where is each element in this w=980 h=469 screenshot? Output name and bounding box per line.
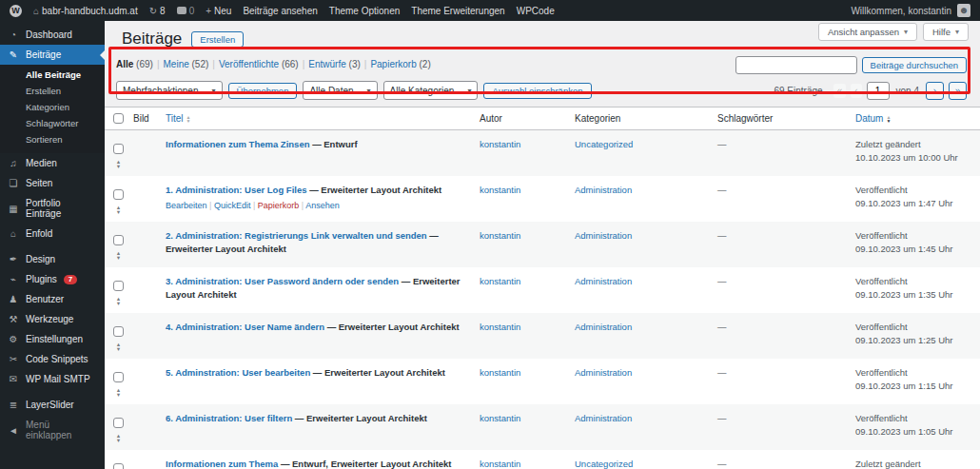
sidebar-item-wp-mail-smtp[interactable]: ✉WP Mail SMTP <box>0 369 105 389</box>
move-handle-icon[interactable]: ▲▼ <box>113 160 124 168</box>
sidebar-subitem[interactable]: Sortieren <box>0 131 105 147</box>
wordpress-admin: W ⌂ babr-handbuch.udm.at ↻ 8 0 + Neu Bei… <box>0 0 980 469</box>
view-filter[interactable]: Veröffentlichte (66) <box>219 59 299 69</box>
move-handle-icon[interactable]: ▲▼ <box>113 205 124 214</box>
row-checkbox[interactable] <box>113 326 124 337</box>
post-title-link[interactable]: 1. Administration: User Log Files <box>166 185 307 195</box>
author-link[interactable]: konstantin <box>480 459 520 469</box>
create-post-button[interactable]: Erstellen <box>191 31 244 48</box>
comments-indicator[interactable]: 0 <box>177 6 195 16</box>
view-filter[interactable]: Entwürfe (3) <box>308 59 360 69</box>
row-checkbox[interactable] <box>113 418 124 428</box>
author-link[interactable]: konstantin <box>480 413 520 423</box>
move-handle-icon[interactable]: ▲▼ <box>113 297 124 305</box>
sidebar-item-collapse[interactable]: ◄Menü einklappen <box>0 415 105 445</box>
column-titel-sort[interactable]: Titel ▲▼ <box>166 113 472 124</box>
row-checkbox[interactable] <box>113 463 124 469</box>
post-title-link[interactable]: 6. Administration: User filtern <box>166 413 292 423</box>
category-link[interactable]: Administration <box>575 230 632 241</box>
filter-button[interactable]: Auswahl einschränken <box>483 83 591 99</box>
apply-button[interactable]: Übernehmen <box>228 83 298 99</box>
updates-indicator[interactable]: ↻ 8 <box>149 6 166 16</box>
welcome-user-menu[interactable]: Willkommen, konstantin <box>851 6 951 16</box>
sidebar-item-layerslider[interactable]: ≣LayerSlider <box>0 395 105 415</box>
author-link[interactable]: konstantin <box>480 185 520 195</box>
sidebar-item-enfold[interactable]: ⌂Enfold <box>0 224 105 244</box>
move-handle-icon[interactable]: ▲▼ <box>113 342 124 351</box>
category-link[interactable]: Administration <box>575 413 632 423</box>
row-checkbox[interactable] <box>113 281 124 291</box>
users-icon: ♟ <box>8 294 19 304</box>
row-action[interactable]: QuickEdit <box>214 201 251 210</box>
sidebar-item-seiten[interactable]: ❏Seiten <box>0 173 105 193</box>
enfold-theme-icon: ⌂ <box>8 228 19 239</box>
next-page-button[interactable]: › <box>926 82 944 100</box>
categories-filter-select[interactable]: Alle Kategorien ▾ <box>383 81 479 100</box>
sidebar-item-plugins[interactable]: ⌁Plugins7 <box>0 269 105 289</box>
sidebar-subitem[interactable]: Alle Beiträge <box>0 67 105 83</box>
sidebar-item-werkzeuge[interactable]: ⚒Werkzeuge <box>0 309 105 329</box>
category-link[interactable]: Uncategorized <box>575 139 633 149</box>
sidebar-item-beitraege[interactable]: ✎Beiträge <box>0 45 105 65</box>
new-content-button[interactable]: + Neu <box>206 6 231 16</box>
search-input[interactable] <box>735 56 857 74</box>
sidebar-subitem[interactable]: Erstellen <box>0 83 105 99</box>
move-handle-icon[interactable]: ▲▼ <box>113 251 124 260</box>
row-checkbox[interactable] <box>113 372 124 382</box>
category-link[interactable]: Administration <box>575 276 632 286</box>
move-handle-icon[interactable]: ▲▼ <box>113 388 124 397</box>
select-all-checkbox[interactable] <box>113 113 124 124</box>
sidebar-item-einstellungen[interactable]: ⚙Einstellungen <box>0 329 105 349</box>
category-link[interactable]: Administration <box>575 322 632 332</box>
tags-cell: — <box>717 458 855 469</box>
post-title-link[interactable]: 5. Adminstration: User bearbeiten <box>166 367 310 378</box>
row-action[interactable]: Bearbeiten <box>166 201 207 210</box>
post-title-link[interactable]: Informationen zum Thema Zinsen <box>166 139 310 149</box>
post-title-link[interactable]: 3. Administration: User Password ändern … <box>166 276 399 286</box>
column-datum-sort[interactable]: Datum ▲▼ <box>855 113 972 124</box>
admin-bar-link[interactable]: Theme Erweiterungen <box>411 6 504 16</box>
post-title-link[interactable]: 4. Administration: User Name ändern <box>166 322 324 332</box>
row-checkbox[interactable] <box>113 235 124 245</box>
row-action[interactable]: Ansehen <box>305 201 340 210</box>
author-link[interactable]: konstantin <box>480 230 520 241</box>
sidebar-item-dashboard[interactable]: ◔Dashboard <box>0 25 105 45</box>
sidebar-item-code-snippets[interactable]: ✂Code Snippets <box>0 349 105 369</box>
author-link[interactable]: konstantin <box>480 276 520 286</box>
site-name-menu[interactable]: ⌂ babr-handbuch.udm.at <box>33 6 138 16</box>
category-link[interactable]: Administration <box>575 185 632 195</box>
screen-options-button[interactable]: Ansicht anpassen ▾ <box>818 23 917 41</box>
view-filter[interactable]: Papierkorb (2) <box>370 59 430 69</box>
row-action[interactable]: Papierkorb <box>258 201 300 210</box>
admin-bar-link[interactable]: Theme Optionen <box>329 6 401 16</box>
move-handle-icon[interactable]: ▲▼ <box>113 434 124 442</box>
sidebar-subitem[interactable]: Schlagwörter <box>0 115 105 131</box>
author-link[interactable]: konstantin <box>480 367 520 378</box>
row-checkbox[interactable] <box>113 144 124 154</box>
admin-bar-link[interactable]: Beiträge ansehen <box>243 6 317 16</box>
help-button[interactable]: Hilfe ▾ <box>923 23 969 41</box>
dates-filter-select[interactable]: Alle Daten ▾ <box>303 81 377 100</box>
sidebar-item-benutzer[interactable]: ♟Benutzer <box>0 289 105 309</box>
search-posts-button[interactable]: Beiträge durchsuchen <box>862 57 967 73</box>
bulk-actions-select[interactable]: Mehrfachaktionen ▾ <box>116 81 223 100</box>
current-page-input[interactable] <box>867 82 890 100</box>
category-link[interactable]: Uncategorized <box>575 459 633 469</box>
author-link[interactable]: konstantin <box>480 322 520 332</box>
sidebar-item-design[interactable]: ✒Design <box>0 249 105 269</box>
sidebar-item-portfolio[interactable]: ▦Portfolio Einträge <box>0 193 105 224</box>
wordpress-logo-icon[interactable]: W <box>10 5 22 17</box>
view-filter[interactable]: Alle (69) <box>116 59 153 69</box>
category-link[interactable]: Administration <box>575 367 632 378</box>
admin-bar-link[interactable]: WPCode <box>517 6 555 16</box>
view-filter[interactable]: Meine (52) <box>164 59 209 69</box>
post-title-link[interactable]: 2. Administration: Registrierungs Link v… <box>166 230 427 241</box>
post-title-link[interactable]: Informationen zum Thema <box>166 459 278 469</box>
row-checkbox[interactable] <box>113 189 124 200</box>
sidebar-item-medien[interactable]: ♫Medien <box>0 153 105 173</box>
author-link[interactable]: konstantin <box>480 139 520 149</box>
avatar[interactable]: ☻ <box>957 4 970 17</box>
last-page-button[interactable]: » <box>949 82 967 100</box>
sidebar-subitem[interactable]: Kategorien <box>0 99 105 115</box>
date-cell: Veröffentlicht 09.10.2023 um 1:45 Uhr <box>855 229 980 257</box>
